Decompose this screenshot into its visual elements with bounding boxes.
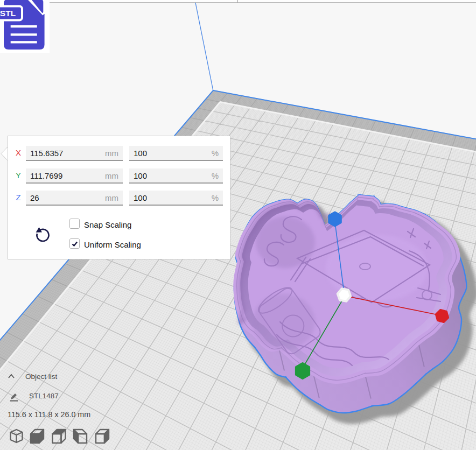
svg-text:Object list: Object list — [25, 372, 58, 381]
svg-text:STL: STL — [0, 9, 16, 18]
svg-text:STL1487: STL1487 — [29, 392, 59, 400]
